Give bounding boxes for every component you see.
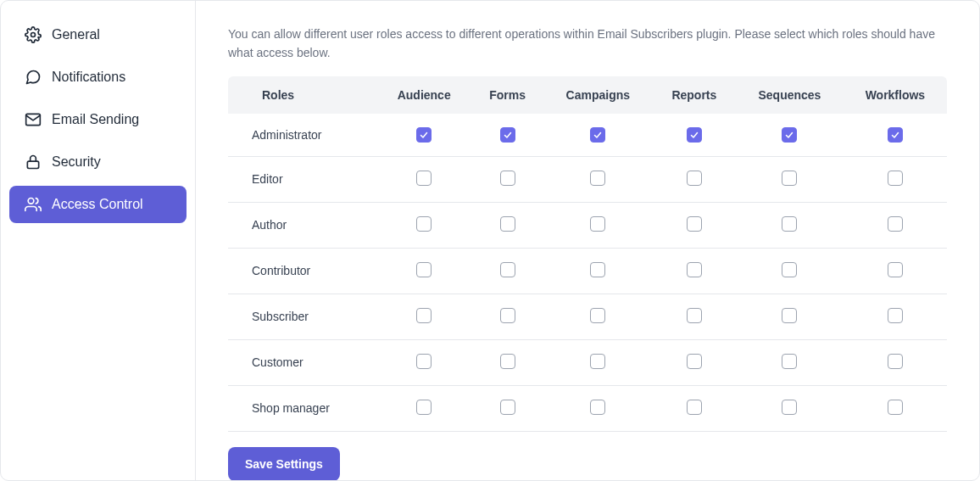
checkbox-reports[interactable] — [687, 127, 702, 143]
sidebar-item-general[interactable]: General — [9, 16, 187, 53]
column-header-roles: Roles — [228, 76, 376, 114]
settings-container: GeneralNotificationsEmail SendingSecurit… — [0, 0, 980, 481]
checkbox-workflows[interactable] — [888, 308, 903, 323]
checkbox-reports[interactable] — [687, 171, 702, 186]
chat-icon — [25, 69, 42, 86]
checkbox-audience[interactable] — [416, 127, 432, 143]
checkbox-workflows[interactable] — [888, 216, 903, 232]
lock-icon — [25, 154, 42, 171]
sidebar-item-label: General — [52, 27, 100, 42]
sidebar-item-label: Notifications — [52, 70, 125, 85]
role-name: Administrator — [228, 114, 376, 157]
checkbox-forms[interactable] — [500, 308, 515, 323]
role-name: Editor — [228, 156, 376, 202]
checkbox-reports[interactable] — [687, 262, 702, 277]
checkbox-workflows[interactable] — [888, 262, 903, 277]
checkbox-sequences[interactable] — [782, 171, 797, 186]
role-name: Shop manager — [228, 385, 376, 431]
checkbox-campaigns[interactable] — [590, 171, 605, 186]
table-row: Author — [228, 202, 947, 248]
column-header-sequences: Sequences — [736, 76, 844, 114]
checkbox-audience[interactable] — [416, 400, 432, 415]
checkbox-forms[interactable] — [500, 127, 515, 143]
sidebar-item-notifications[interactable]: Notifications — [9, 59, 187, 96]
sidebar-item-security[interactable]: Security — [9, 143, 187, 181]
checkbox-workflows[interactable] — [888, 127, 903, 143]
checkbox-sequences[interactable] — [782, 216, 797, 232]
svg-point-0 — [31, 33, 36, 37]
column-header-reports: Reports — [653, 76, 736, 114]
table-row: Contributor — [228, 248, 947, 294]
checkbox-audience[interactable] — [416, 216, 432, 232]
checkbox-reports[interactable] — [687, 400, 702, 415]
checkbox-audience[interactable] — [416, 262, 432, 277]
checkbox-forms[interactable] — [500, 400, 515, 415]
sidebar-item-access-control[interactable]: Access Control — [9, 186, 187, 223]
checkbox-campaigns[interactable] — [590, 262, 605, 277]
checkbox-audience[interactable] — [416, 171, 432, 186]
save-settings-button[interactable]: Save Settings — [228, 447, 340, 480]
checkbox-sequences[interactable] — [782, 127, 797, 143]
checkbox-forms[interactable] — [500, 171, 515, 186]
sidebar-item-label: Access Control — [52, 197, 143, 212]
role-name: Author — [228, 202, 376, 248]
checkbox-sequences[interactable] — [782, 308, 797, 323]
column-header-forms: Forms — [471, 76, 543, 114]
checkbox-reports[interactable] — [687, 354, 702, 369]
svg-rect-2 — [27, 161, 38, 168]
column-header-campaigns: Campaigns — [543, 76, 653, 114]
sidebar-item-label: Email Sending — [52, 112, 139, 127]
gear-icon — [25, 26, 42, 43]
checkbox-sequences[interactable] — [782, 262, 797, 277]
checkbox-reports[interactable] — [687, 216, 702, 232]
table-row: Customer — [228, 339, 947, 385]
table-row: Shop manager — [228, 385, 947, 431]
checkbox-campaigns[interactable] — [590, 216, 605, 232]
checkbox-campaigns[interactable] — [590, 400, 605, 415]
role-name: Customer — [228, 339, 376, 385]
sidebar-item-label: Security — [52, 154, 101, 170]
mail-icon — [25, 111, 42, 128]
checkbox-reports[interactable] — [687, 308, 702, 323]
main-content: You can allow different user roles acces… — [196, 1, 979, 480]
checkbox-campaigns[interactable] — [590, 127, 605, 143]
checkbox-campaigns[interactable] — [590, 308, 605, 323]
checkbox-campaigns[interactable] — [590, 354, 605, 369]
checkbox-forms[interactable] — [500, 354, 515, 369]
checkbox-workflows[interactable] — [888, 400, 903, 415]
users-icon — [25, 196, 42, 213]
column-header-audience: Audience — [376, 76, 471, 114]
checkbox-audience[interactable] — [416, 354, 432, 369]
checkbox-audience[interactable] — [416, 308, 432, 323]
role-name: Subscriber — [228, 294, 376, 339]
sidebar-item-email-sending[interactable]: Email Sending — [9, 101, 187, 138]
description-text: You can allow different user roles acces… — [228, 25, 947, 63]
roles-table: RolesAudienceFormsCampaignsReportsSequen… — [228, 76, 947, 432]
checkbox-sequences[interactable] — [782, 400, 797, 415]
table-row: Editor — [228, 156, 947, 202]
checkbox-forms[interactable] — [500, 262, 515, 277]
sidebar: GeneralNotificationsEmail SendingSecurit… — [1, 1, 196, 480]
checkbox-workflows[interactable] — [888, 354, 903, 369]
checkbox-forms[interactable] — [500, 216, 515, 232]
table-row: Subscriber — [228, 294, 947, 339]
checkbox-workflows[interactable] — [888, 171, 903, 186]
checkbox-sequences[interactable] — [782, 354, 797, 369]
column-header-workflows: Workflows — [844, 76, 947, 114]
role-name: Contributor — [228, 248, 376, 294]
svg-point-3 — [28, 199, 34, 204]
table-row: Administrator — [228, 114, 947, 157]
